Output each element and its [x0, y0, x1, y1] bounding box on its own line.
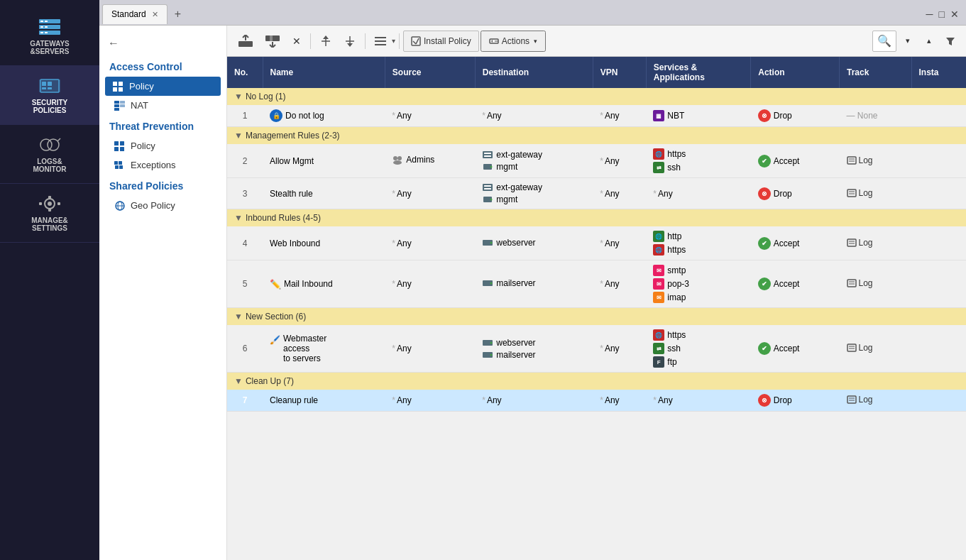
table-row[interactable]: 5 ✏️ Mail Inbound *Any: [227, 260, 966, 308]
nav-item-exceptions[interactable]: Exceptions: [99, 155, 226, 175]
move-up-button[interactable]: [314, 31, 337, 52]
shared-policies-title: Shared Policies: [99, 175, 226, 196]
filter-button[interactable]: [940, 31, 960, 52]
sidebar-item-security-label: SECURITY POLICIES: [32, 99, 68, 114]
nav-item-policy[interactable]: Policy: [105, 77, 221, 96]
policy-area: ✕: [227, 26, 966, 560]
svg-rect-5: [45, 26, 48, 28]
log-icon2: [847, 189, 857, 197]
table-row[interactable]: 4 Web Inbound *Any webserver: [227, 226, 966, 260]
svg-rect-28: [114, 104, 119, 107]
service-icon-pop3: ✉: [653, 278, 664, 290]
cell-name: 🖌️ Webmasteraccessto servers: [263, 325, 385, 373]
install-policy-button[interactable]: Install Policy: [403, 31, 479, 52]
drop-icon3: ⊗: [758, 394, 771, 407]
cell-services: 🌐 http 🌐 https: [646, 226, 750, 260]
table-row[interactable]: 1 🔒 Do not log *Any *Any *Any: [227, 105, 966, 127]
svg-rect-20: [48, 209, 51, 212]
svg-rect-22: [57, 202, 60, 205]
manage-icon: [37, 194, 62, 214]
section-no-log[interactable]: ▼No Log (1): [227, 88, 966, 105]
svg-rect-30: [120, 101, 125, 104]
add-rule-below-button[interactable]: [260, 31, 285, 52]
delete-rule-button[interactable]: ✕: [287, 31, 307, 52]
accept-icon: ✔: [758, 155, 771, 168]
svg-rect-38: [115, 165, 119, 169]
menu-button[interactable]: [369, 31, 392, 52]
cell-install: [911, 226, 966, 260]
close-window-button[interactable]: ✕: [950, 9, 959, 20]
actions-button[interactable]: Actions ▾: [481, 31, 546, 52]
sort-down-button[interactable]: ▾: [898, 31, 918, 52]
sidebar-item-gateways[interactable]: GATEWAYS &SERVERS: [0, 7, 99, 66]
service-icon-smtp: ✉: [653, 265, 664, 276]
nav-item-tp-policy[interactable]: Policy: [99, 136, 226, 155]
svg-rect-33: [120, 141, 124, 146]
cell-action: ✔ Accept: [751, 325, 840, 373]
svg-rect-32: [114, 141, 119, 146]
sidebar-item-manage[interactable]: MANAGE& SETTINGS: [0, 184, 99, 243]
cell-vpn: *Any: [593, 226, 646, 260]
cell-name: 🔒 Do not log: [263, 105, 385, 127]
separator-2: [365, 33, 366, 49]
separator-3: [399, 33, 400, 49]
cell-destination: webserver: [475, 226, 593, 260]
table-row-selected[interactable]: 7 Cleanup rule *Any *Any *Any *Any ⊗ Dro…: [227, 390, 966, 412]
log-icon: [847, 156, 857, 165]
svg-rect-1: [40, 21, 43, 22]
move-down-button[interactable]: [339, 31, 361, 52]
sidebar-item-manage-label: MANAGE& SETTINGS: [31, 216, 68, 232]
policy-table: No. Name Source Destination VPN Services…: [227, 57, 966, 412]
cell-no: 5: [227, 260, 263, 308]
tab-close-button[interactable]: ✕: [152, 10, 158, 19]
cell-destination: ext-gateway mgmt: [475, 178, 593, 209]
svg-point-74: [490, 166, 493, 168]
tab-standard[interactable]: Standard ✕: [102, 4, 168, 24]
tab-add-button[interactable]: +: [170, 9, 185, 20]
section-inbound-rules[interactable]: ▼Inbound Rules (4-5): [227, 209, 966, 227]
svg-point-67: [393, 156, 397, 160]
cell-name: Stealth rule: [263, 178, 385, 209]
svg-rect-39: [119, 165, 123, 169]
maximize-button[interactable]: □: [939, 9, 945, 20]
cell-no: 1: [227, 105, 263, 127]
svg-rect-93: [847, 280, 856, 287]
service-icon-https3: 🌐: [653, 329, 664, 341]
geo-policy-icon: [114, 201, 126, 211]
drop-icon: ⊗: [758, 109, 771, 122]
cell-destination: *Any: [475, 105, 593, 127]
pencil-icon: ✏️: [270, 279, 281, 290]
cell-destination: webserver mailserver: [475, 325, 593, 373]
svg-rect-8: [45, 32, 48, 33]
section-cleanup[interactable]: ▼Clean Up (7): [227, 373, 966, 390]
nat-icon: [114, 101, 126, 111]
nav-item-nat[interactable]: NAT: [99, 96, 226, 115]
cell-no: 2: [227, 144, 263, 178]
svg-rect-79: [484, 185, 491, 187]
svg-rect-23: [113, 82, 117, 86]
nav-item-exceptions-label: Exceptions: [131, 160, 176, 170]
table-row[interactable]: 2 Allow Mgmt Admins: [227, 144, 966, 178]
svg-rect-100: [847, 344, 856, 351]
nav-item-geo-policy[interactable]: Geo Policy: [99, 196, 226, 215]
section-management-rules[interactable]: ▼Management Rules (2-3): [227, 127, 966, 145]
svg-rect-61: [412, 37, 420, 45]
table-row[interactable]: 3 Stealth rule *Any: [227, 178, 966, 209]
add-rule-above-button[interactable]: [233, 31, 258, 52]
svg-rect-103: [847, 396, 856, 403]
back-button[interactable]: ←: [99, 34, 226, 55]
cell-name: ✏️ Mail Inbound: [263, 260, 385, 308]
section-new[interactable]: ▼New Section (6): [227, 308, 966, 326]
table-row[interactable]: 6 🖌️ Webmasteraccessto servers *Any: [227, 325, 966, 373]
threat-prevention-title: Threat Prevention: [99, 115, 226, 136]
cell-install: [911, 260, 966, 308]
minimize-button[interactable]: ─: [926, 9, 933, 20]
sort-up-button[interactable]: ▴: [919, 31, 939, 52]
cell-vpn: *Any: [593, 105, 646, 127]
service-icon-https2: 🌐: [653, 244, 664, 256]
sidebar-item-security[interactable]: SECURITY POLICIES: [0, 66, 99, 125]
svg-point-99: [490, 353, 493, 356]
cell-source: *Any: [385, 105, 475, 127]
svg-rect-24: [119, 82, 123, 86]
sidebar-item-logs[interactable]: LOGS& MONITOR: [0, 125, 99, 184]
